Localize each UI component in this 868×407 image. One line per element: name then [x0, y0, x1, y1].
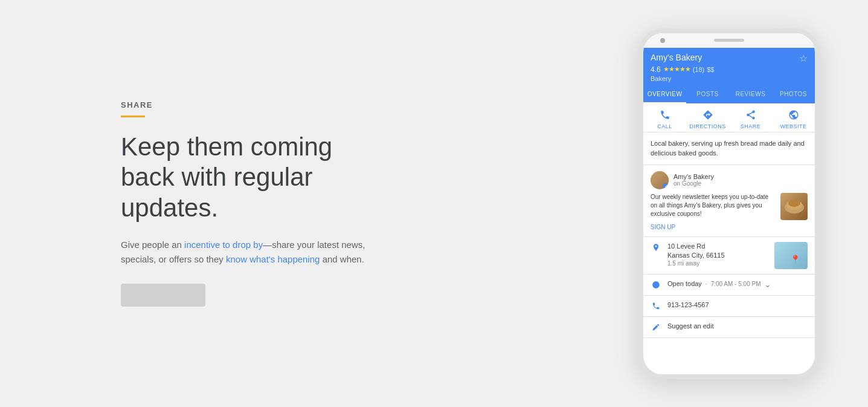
rating-number: 4.6 [651, 65, 661, 74]
location-icon [651, 242, 661, 253]
directions-label: DIRECTIONS [689, 123, 726, 129]
phone-wrapper: Amy's Bakery ☆ 4.6 ★★★★★ (18) $$ Bakery … [638, 28, 820, 379]
chevron-down-icon: ⌄ [764, 279, 771, 289]
phone-mockup: Amy's Bakery ☆ 4.6 ★★★★★ (18) $$ Bakery … [638, 28, 820, 379]
phone-speaker [714, 39, 744, 42]
share-icon [744, 108, 757, 122]
tab-posts[interactable]: POSTS [686, 86, 729, 103]
verified-badge: ✓ [663, 183, 669, 189]
section-divider [121, 116, 145, 117]
website-icon [787, 108, 800, 122]
svg-point-2 [788, 200, 800, 207]
phone-content: 913-123-4567 [667, 301, 808, 310]
distance: 1.5 mi away [667, 260, 768, 267]
share-label: SHARE [741, 123, 761, 129]
phone-icon [651, 301, 661, 311]
tab-reviews[interactable]: REVIEWS [729, 86, 772, 103]
page-wrapper: SHARE Keep them comingback with regularu… [0, 0, 868, 407]
map-thumbnail[interactable]: 📍 [774, 242, 808, 269]
suggest-edit-row[interactable]: Suggest an edit [643, 317, 815, 338]
highlight-2: know what's happening [226, 254, 320, 264]
hours-separator: · [706, 281, 707, 287]
phone-row[interactable]: 913-123-4567 [643, 296, 815, 317]
price-level: $$ [707, 66, 714, 73]
directions-button[interactable]: DIRECTIONS [686, 108, 729, 129]
tab-photos[interactable]: PHOTOS [772, 86, 815, 103]
highlight-1: incentive to drop by [184, 239, 263, 250]
phone-camera [660, 38, 665, 43]
call-icon [658, 108, 672, 122]
get-started-button[interactable] [121, 284, 205, 307]
business-name: Amy's Bakery [651, 53, 702, 62]
address-content: 10 Levee Rd Kansas City, 66115 1.5 mi aw… [667, 242, 768, 267]
tab-overview[interactable]: OVERVIEW [643, 86, 686, 103]
post-cta[interactable]: SIGN UP [651, 224, 808, 230]
hours-content: Open today · 7:00 AM - 5:00 PM ⌄ [667, 279, 808, 289]
suggest-edit-content: Suggest an edit [667, 322, 808, 331]
edit-icon [651, 322, 661, 333]
website-button[interactable]: WEBSITE [772, 108, 815, 129]
call-button[interactable]: CALL [643, 108, 686, 129]
clock-icon [651, 279, 661, 290]
street-address: 10 Levee Rd [667, 242, 768, 251]
post-image [780, 193, 808, 220]
gmb-title-row: Amy's Bakery ☆ [651, 53, 808, 64]
directions-icon [701, 108, 715, 122]
hours-row[interactable]: Open today · 7:00 AM - 5:00 PM ⌄ [643, 275, 815, 296]
gmb-nav-tabs: OVERVIEW POSTS REVIEWS PHOTOS [643, 86, 815, 103]
website-label: WEBSITE [780, 123, 806, 129]
post-avatar: ✓ [651, 171, 669, 189]
reviews-count: (18) [693, 66, 705, 73]
post-header: ✓ Amy's Bakery on Google [651, 171, 808, 189]
suggest-edit-text: Suggest an edit [667, 322, 808, 331]
post-content-row: Our weekly newsletter keeps you up-to-da… [651, 193, 808, 220]
map-pin-icon: 📍 [790, 255, 800, 264]
phone-top-bar [643, 33, 815, 48]
city-address: Kansas City, 66115 [667, 251, 768, 260]
section-label: SHARE [121, 100, 602, 109]
left-content: SHARE Keep them comingback with regularu… [121, 100, 638, 307]
description: Give people an incentive to drop by—shar… [121, 238, 375, 267]
main-heading: Keep them comingback with regularupdates… [121, 132, 602, 223]
post-text: Our weekly newsletter keeps you up-to-da… [651, 193, 776, 218]
phone-screen: Amy's Bakery ☆ 4.6 ★★★★★ (18) $$ Bakery … [643, 48, 815, 374]
address-row: 10 Levee Rd Kansas City, 66115 1.5 mi aw… [643, 237, 815, 275]
hours-status: Open today [667, 279, 702, 288]
hours-row-inner: Open today · 7:00 AM - 5:00 PM ⌄ [667, 279, 808, 289]
share-button[interactable]: SHARE [729, 108, 772, 129]
category: Bakery [651, 75, 808, 86]
post-author-info: Amy's Bakery on Google [674, 173, 714, 187]
post-card: ✓ Amy's Bakery on Google Our weekly news… [643, 165, 815, 237]
business-description: Local bakery, serving up fresh bread mad… [643, 132, 815, 165]
bookmark-icon: ☆ [799, 53, 808, 64]
post-author-name: Amy's Bakery [674, 173, 714, 180]
phone-number: 913-123-4567 [667, 301, 808, 310]
gmb-actions: CALL DIRECTIONS [643, 103, 815, 132]
hours-range: 7:00 AM - 5:00 PM [711, 281, 761, 287]
stars: ★★★★★ [663, 65, 690, 73]
call-label: CALL [657, 123, 672, 129]
gmb-rating-row: 4.6 ★★★★★ (18) $$ [651, 65, 808, 74]
post-source: on Google [674, 180, 714, 187]
gmb-header: Amy's Bakery ☆ 4.6 ★★★★★ (18) $$ Bakery [643, 48, 815, 86]
